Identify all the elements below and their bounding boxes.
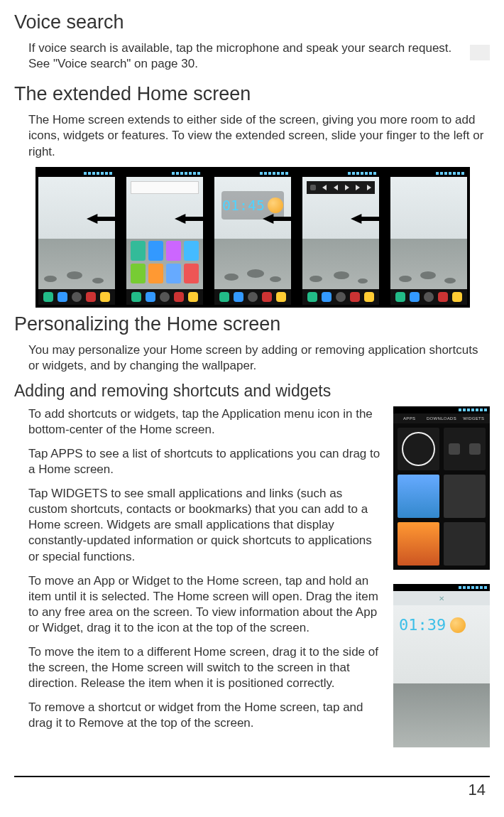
widgets-screen-illustration: APPS DOWNLOADS WIDGETS	[393, 406, 490, 570]
heading-shortcuts-widgets: Adding and removing shortcuts and widget…	[14, 381, 490, 402]
drag-clock-time: 01:39	[399, 615, 446, 636]
microphone-illustration	[470, 45, 490, 60]
voice-search-body: If voice search is available, tap the mi…	[28, 40, 461, 72]
shortcuts-p2: Tap APPS to see a list of shortcuts to a…	[28, 446, 382, 477]
personalizing-body: You may personalize your Home screen by …	[28, 342, 490, 374]
shortcuts-p5: To move the item to a different Home scr…	[28, 644, 382, 691]
tab-apps: APPS	[393, 413, 425, 423]
extended-home-illustration: 01:45	[35, 167, 470, 308]
shortcuts-p4: To move an App or Widget to the Home scr…	[28, 573, 382, 636]
heading-voice-search: Voice search	[14, 10, 490, 35]
remove-target-icon: ✕	[439, 594, 444, 603]
shortcuts-p1: To add shortcuts or widgets, tap the App…	[28, 406, 382, 438]
clock-widget-time: 01:45	[222, 196, 265, 215]
extended-home-body: The Home screen extends to either side o…	[28, 112, 490, 159]
drag-widget-illustration: ✕ 01:39	[393, 584, 490, 747]
heading-personalizing: Personalizing the Home screen	[14, 312, 490, 337]
home-panel-1	[38, 170, 115, 305]
tab-downloads: DOWNLOADS	[425, 413, 457, 423]
tab-widgets: WIDGETS	[458, 413, 490, 423]
heading-extended-home: The extended Home screen	[14, 82, 490, 107]
home-panel-2	[126, 170, 203, 305]
page-number: 14	[14, 780, 490, 801]
home-panel-4	[302, 170, 379, 305]
home-panel-3: 01:45	[214, 170, 291, 305]
shortcuts-p6: To remove a shortcut or widget from the …	[28, 700, 382, 731]
shortcuts-p3: Tap WIDGETS to see small applications an…	[28, 486, 382, 564]
footer-rule	[14, 776, 490, 777]
home-panel-5	[390, 170, 467, 305]
